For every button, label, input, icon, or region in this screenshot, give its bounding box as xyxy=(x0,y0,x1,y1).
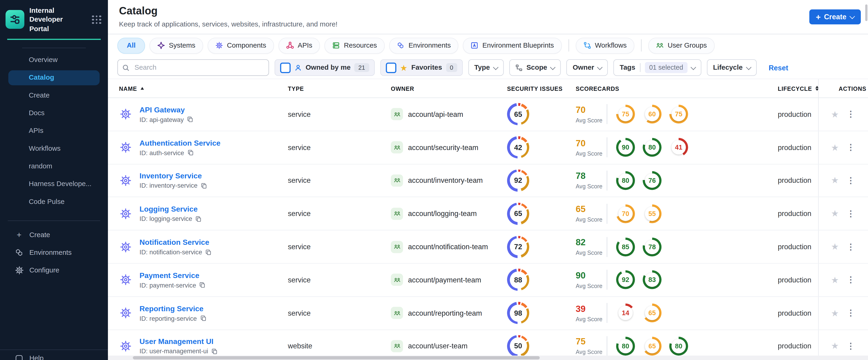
tab-components[interactable]: Components xyxy=(208,37,274,53)
copy-icon[interactable] xyxy=(188,150,193,156)
owned-by-me-filter[interactable]: Owned by me 21 xyxy=(275,59,375,76)
kebab-menu-icon[interactable]: ⋮ xyxy=(847,110,855,119)
favorite-star-icon[interactable]: ★ xyxy=(831,109,839,120)
sidebar-item-code-pulse[interactable]: Code Pulse xyxy=(0,194,108,209)
sidebar-bottom-create-label: Create xyxy=(29,231,50,239)
entity-name-link[interactable]: Inventory Service xyxy=(140,172,207,180)
owner-group-icon xyxy=(391,174,403,186)
entity-name-link[interactable]: Reporting Service xyxy=(140,304,206,313)
copy-icon[interactable] xyxy=(199,282,206,288)
favorites-filter[interactable]: ★ Favorites 0 xyxy=(380,59,463,76)
kebab-menu-icon[interactable]: ⋮ xyxy=(847,242,855,252)
column-header-lifecycle[interactable]: LIFECYCLE xyxy=(769,85,818,92)
favorite-star-icon[interactable]: ★ xyxy=(831,208,839,219)
reset-filters-link[interactable]: Reset xyxy=(769,63,788,72)
avg-score-block: 78 Avg Score xyxy=(576,172,604,190)
entity-name-link[interactable]: User Management UI xyxy=(140,337,217,346)
scope-dropdown[interactable]: Scope xyxy=(509,59,561,76)
table-row[interactable]: Reporting Service ID: reporting-service … xyxy=(108,297,868,330)
sidebar-bottom-environments[interactable]: Environments xyxy=(0,245,108,260)
sidebar-item-catalog[interactable]: Catalog xyxy=(8,70,100,85)
entity-name-link[interactable]: API Gateway xyxy=(140,106,193,114)
tab-workflows[interactable]: Workflows xyxy=(576,37,634,53)
scorecard-ring: 75 xyxy=(616,105,635,124)
table-row[interactable]: Payment Service ID: payment-service serv… xyxy=(108,264,868,297)
sidebar-bottom-configure-label: Configure xyxy=(29,266,59,274)
sidebar-bottom-create[interactable]: + Create xyxy=(0,228,108,242)
tab-apis[interactable]: APIs xyxy=(278,37,320,53)
table-row[interactable]: Inventory Service ID: inventory-service … xyxy=(108,164,868,198)
kebab-menu-icon[interactable]: ⋮ xyxy=(847,275,855,285)
kebab-menu-icon[interactable]: ⋮ xyxy=(847,341,855,351)
owner-group-icon xyxy=(391,307,403,319)
filter-bar: Owned by me 21 ★ Favorites 0 Type xyxy=(108,56,868,79)
entity-name-link[interactable]: Authentication Service xyxy=(140,139,220,147)
scorecard-value: 65 xyxy=(643,337,661,356)
avg-score-label: Avg Score xyxy=(576,117,604,124)
kebab-menu-icon[interactable]: ⋮ xyxy=(847,176,855,186)
table-row[interactable]: Logging Service ID: logging-service serv… xyxy=(108,198,868,231)
owned-by-me-checkbox[interactable] xyxy=(280,62,290,73)
favorite-star-icon[interactable]: ★ xyxy=(831,142,839,153)
scorecards-divider xyxy=(607,237,607,257)
favorite-star-icon[interactable]: ★ xyxy=(831,308,839,318)
scorecards-divider xyxy=(607,270,607,290)
search-input[interactable] xyxy=(133,63,246,72)
lifecycle-cell: production xyxy=(769,143,818,152)
favorite-star-icon[interactable]: ★ xyxy=(831,175,839,186)
vertical-scrollbar[interactable] xyxy=(865,4,868,21)
favorite-star-icon[interactable]: ★ xyxy=(831,341,839,352)
column-header-name[interactable]: NAME xyxy=(108,85,288,92)
create-button-label: Create xyxy=(824,13,846,21)
entity-name-link[interactable]: Notification Service xyxy=(140,238,211,247)
tab-resources[interactable]: Resources xyxy=(324,37,384,53)
type-dropdown[interactable]: Type xyxy=(468,59,504,76)
sidebar-bottom-configure[interactable]: Configure xyxy=(0,263,108,277)
avg-score-label: Avg Score xyxy=(576,216,604,223)
app-switcher-icon[interactable] xyxy=(92,15,101,24)
sidebar-item-overview[interactable]: Overview xyxy=(0,53,108,67)
copy-icon[interactable] xyxy=(206,249,211,255)
tab-environments[interactable]: Environments xyxy=(389,37,459,53)
sidebar-item-create[interactable]: Create xyxy=(0,88,108,103)
sidebar-item-docs[interactable]: Docs xyxy=(0,106,108,121)
tab-user-groups[interactable]: User Groups xyxy=(648,37,715,53)
entity-name-link[interactable]: Payment Service xyxy=(140,271,206,280)
entity-name-link[interactable]: Logging Service xyxy=(140,205,202,213)
tab-systems[interactable]: Systems xyxy=(150,37,203,53)
components-gear-icon xyxy=(215,41,223,49)
table-row[interactable]: Authentication Service ID: auth-service … xyxy=(108,131,868,164)
scorecard-rings: 7055 xyxy=(616,204,662,223)
sidebar-item-workflows[interactable]: Workflows xyxy=(0,141,108,156)
horizontal-scrollbar[interactable] xyxy=(133,356,539,359)
sidebar-item-harness-developer[interactable]: Harness Develope... xyxy=(0,177,108,191)
sidebar-divider xyxy=(22,48,86,48)
scorecard-value: 70 xyxy=(616,204,635,223)
favorite-star-icon[interactable]: ★ xyxy=(831,242,839,252)
copy-icon[interactable] xyxy=(201,183,207,189)
actions-cell: ★ ⋮ xyxy=(818,198,868,230)
tags-dropdown[interactable]: Tags 01 selected xyxy=(614,59,701,76)
table-row[interactable]: API Gateway ID: api-gateway service xyxy=(108,98,868,131)
copy-icon[interactable] xyxy=(211,349,217,354)
entity-tabs: All Systems xyxy=(108,34,868,56)
owner-dropdown[interactable]: Owner xyxy=(566,59,608,76)
avg-score-value: 39 xyxy=(576,304,604,314)
sidebar-help[interactable]: Help xyxy=(0,351,108,360)
favorite-star-icon[interactable]: ★ xyxy=(831,274,839,285)
copy-icon[interactable] xyxy=(196,216,202,222)
create-button[interactable]: + Create xyxy=(809,9,861,24)
lifecycle-dropdown[interactable]: Lifecycle xyxy=(707,59,756,76)
copy-icon[interactable] xyxy=(187,117,193,123)
kebab-menu-icon[interactable]: ⋮ xyxy=(847,209,855,218)
tab-all[interactable]: All xyxy=(118,37,145,53)
kebab-menu-icon[interactable]: ⋮ xyxy=(847,308,855,318)
copy-icon[interactable] xyxy=(200,315,206,321)
table-row[interactable]: Notification Service ID: notification-se… xyxy=(108,231,868,264)
sidebar-item-random[interactable]: random xyxy=(0,159,108,174)
tab-environment-blueprints[interactable]: Environment Blueprints xyxy=(463,37,562,53)
favorites-checkbox[interactable] xyxy=(385,62,396,73)
sidebar-item-apis[interactable]: APIs xyxy=(0,123,108,138)
security-issues-cell: 88 xyxy=(498,269,565,291)
kebab-menu-icon[interactable]: ⋮ xyxy=(847,142,855,152)
